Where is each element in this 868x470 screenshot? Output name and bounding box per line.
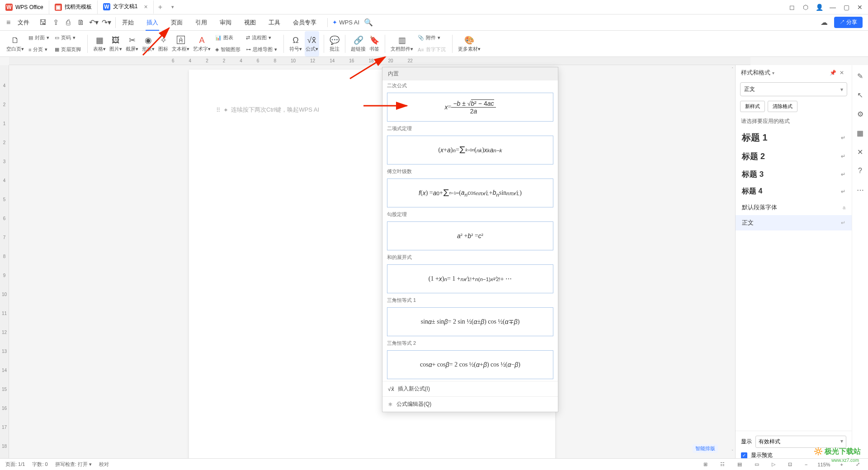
fit-page-icon[interactable]: ⊡	[785, 461, 795, 467]
pagebreak-button[interactable]: ≡分页▾	[27, 44, 51, 55]
header-footer-button[interactable]: ▦页眉页脚	[53, 44, 83, 55]
bookmark-button[interactable]: 🔖书签	[368, 31, 380, 56]
view-focus-icon[interactable]: ▷	[769, 461, 778, 467]
equation-preset[interactable]: cos α + cos β = 2 cos ½(α + β) cos ½(α −…	[387, 350, 553, 379]
textbox-button[interactable]: 🄰文本框▾	[171, 31, 190, 56]
tab-wps[interactable]: W WPS Office	[0, 0, 49, 14]
equation-preset[interactable]: (x + a)n = Σk=0n (nk) xkan−k	[387, 136, 553, 164]
image-button[interactable]: 🖼图片▾	[108, 31, 123, 56]
shape-button[interactable]: ◉形状▾	[141, 31, 156, 56]
menu-tools[interactable]: 工具	[262, 14, 287, 31]
chevron-down-icon[interactable]: ▾	[772, 70, 774, 75]
wps-ai-button[interactable]: ✦ WPS AI	[332, 19, 359, 26]
menu-start[interactable]: 开始	[116, 14, 140, 31]
equation-preset[interactable]: (1 + x)n = 1 + nx⁄1! + n(n−1)x²⁄2! + ⋯	[387, 264, 553, 293]
more-assets-button[interactable]: 🎨更多素材▾	[457, 31, 481, 56]
view-outline-icon[interactable]: ☷	[717, 461, 727, 467]
window-pin-icon[interactable]: ◻	[786, 1, 798, 14]
tab-templates[interactable]: ▣ 找稻壳模板	[49, 0, 98, 14]
more-sidebar-icon[interactable]: ⋯	[855, 184, 866, 195]
hamburger-icon[interactable]: ≡	[4, 19, 13, 27]
close-panel-icon[interactable]: ✕	[837, 70, 846, 76]
menu-page[interactable]: 页面	[165, 14, 189, 31]
attachment-button[interactable]: 📎附件▾	[416, 33, 448, 43]
tab-document[interactable]: W 文字文稿1 ×	[98, 0, 154, 14]
equation-preset[interactable]: x = −b ± √b² − 4ac2a	[387, 93, 553, 122]
status-proofing[interactable]: 校对	[99, 461, 109, 468]
drag-handle-icon[interactable]: ⠿	[216, 107, 221, 113]
select-sidebar-icon[interactable]: ↖	[855, 89, 866, 100]
maximize-icon[interactable]: ▢	[840, 1, 853, 14]
print-icon[interactable]: ⎙	[63, 17, 74, 28]
undo-icon[interactable]: ↶▾	[88, 17, 99, 28]
style-item[interactable]: 标题 2↵	[736, 147, 852, 165]
new-style-button[interactable]: 新样式	[740, 101, 765, 112]
wordart-button[interactable]: A艺术字▾	[192, 31, 212, 56]
comment-button[interactable]: 💬批注	[329, 31, 340, 56]
equation-preset[interactable]: f(x) = a0 + Σn=1∞ (an cos nπx⁄L + bn sin…	[387, 179, 553, 207]
styles-sidebar-icon[interactable]: ✎	[855, 70, 866, 81]
equation-editor[interactable]: ⚛ 公式编辑器(Q)	[382, 396, 558, 412]
status-spellcheck[interactable]: 拼写检查: 打开 ▾	[55, 461, 92, 468]
export-icon[interactable]: ⇪	[50, 17, 61, 28]
avatar-icon[interactable]: 👤	[813, 1, 826, 14]
table-button[interactable]: ▦表格▾	[92, 31, 107, 56]
pagenum-button[interactable]: ▭页码▾	[53, 33, 83, 43]
save-icon[interactable]: 🖫	[38, 17, 48, 28]
doc-parts-button[interactable]: ▥文档部件▾	[390, 31, 414, 56]
file-menu[interactable]: 文件	[13, 19, 34, 27]
smart-layout-button[interactable]: 智能排版	[693, 444, 718, 453]
symbol-button[interactable]: Ω符号▾	[288, 31, 303, 56]
clear-format-button[interactable]: 清除格式	[768, 101, 797, 112]
close-window-icon[interactable]: ✕	[854, 1, 866, 14]
current-style-select[interactable]: 正文▾	[740, 82, 847, 96]
cover-button[interactable]: ▤封面▾	[27, 33, 51, 43]
style-item[interactable]: 标题 4↵	[736, 183, 852, 200]
print-preview-icon[interactable]: 🗎	[75, 17, 86, 28]
view-read-icon[interactable]: ▭	[752, 461, 762, 467]
search-icon[interactable]: 🔍	[363, 17, 374, 28]
hyperlink-button[interactable]: 🔗超链接	[350, 31, 367, 56]
new-tab-button[interactable]: +	[154, 3, 167, 11]
tab-menu-button[interactable]: ▾	[167, 4, 179, 10]
help-sidebar-icon[interactable]: ?	[855, 165, 866, 176]
view-print-icon[interactable]: ▤	[735, 461, 745, 467]
menu-insert[interactable]: 插入	[140, 14, 165, 31]
equation-preset[interactable]: sin α ± sin β = 2 sin ½(α ± β) cos ½(α ∓…	[387, 307, 553, 336]
insert-new-equation[interactable]: √x̄ 插入新公式(I)	[382, 381, 558, 396]
menu-review[interactable]: 审阅	[213, 14, 238, 31]
menu-view[interactable]: 视图	[238, 14, 262, 31]
tools-sidebar-icon[interactable]: ✕	[855, 146, 866, 157]
scroll-up-icon[interactable]: ˄	[730, 67, 735, 71]
blank-page-button[interactable]: 🗋 空白页▾	[5, 31, 25, 56]
equation-button[interactable]: √x̄公式▾	[305, 31, 319, 56]
menu-member[interactable]: 会员专享	[287, 14, 323, 31]
redo-icon[interactable]: ↷▾	[101, 17, 112, 28]
icon-button[interactable]: ✧图标	[157, 31, 169, 56]
status-page[interactable]: 页面: 1/1	[5, 461, 25, 468]
chart-button[interactable]: 📊图表	[213, 33, 242, 43]
flowchart-button[interactable]: ⇄流程图▾	[244, 33, 279, 43]
style-item[interactable]: 正文↵	[736, 215, 852, 230]
close-icon[interactable]: ×	[144, 3, 147, 10]
pin-icon[interactable]: 📌	[828, 70, 837, 76]
zoom-out-icon[interactable]: −	[802, 462, 810, 467]
equation-preset[interactable]: a² + b² = c²	[387, 221, 553, 250]
smartart-button[interactable]: ◈智能图形	[213, 44, 242, 55]
cube-icon[interactable]: ⬡	[799, 1, 812, 14]
style-item[interactable]: 默认段落字体a	[736, 200, 852, 215]
settings-sidebar-icon[interactable]: ⚙	[855, 108, 866, 119]
minimize-icon[interactable]: —	[826, 1, 839, 14]
display-select[interactable]: 有效样式▾	[755, 436, 846, 448]
style-item[interactable]: 标题 3↵	[736, 165, 852, 183]
view-web-icon[interactable]: ⊞	[701, 461, 710, 467]
preview-checkbox[interactable]: ✓	[741, 452, 747, 459]
status-words[interactable]: 字数: 0	[32, 461, 47, 468]
cloud-icon[interactable]: ☁	[819, 17, 830, 28]
layers-sidebar-icon[interactable]: ▦	[855, 127, 866, 138]
mindmap-button[interactable]: ⊶思维导图▾	[244, 44, 279, 55]
scroll-down-icon[interactable]: ˅	[730, 449, 735, 454]
screenshot-button[interactable]: ✂截屏▾	[125, 31, 139, 56]
zoom-level[interactable]: 115%	[817, 462, 830, 467]
share-button[interactable]: ↗ 分享	[834, 17, 863, 28]
